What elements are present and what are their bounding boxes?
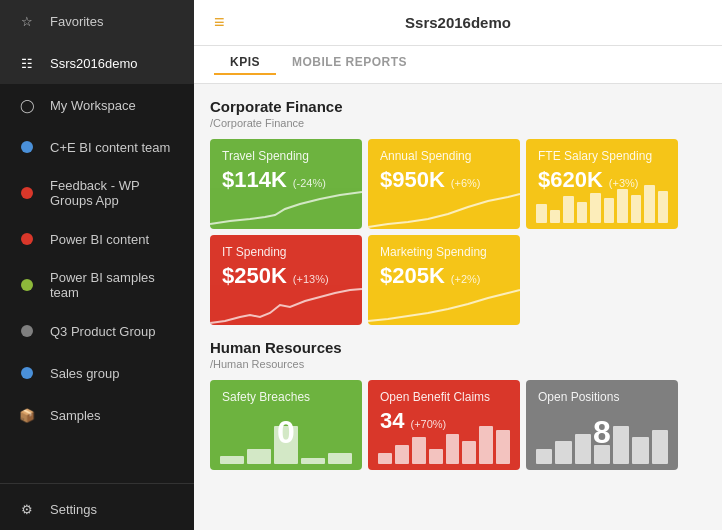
- sidebar-item-sales-group[interactable]: Sales group: [0, 352, 194, 394]
- doc-icon: ☷: [16, 52, 38, 74]
- dot-icon: [16, 182, 38, 204]
- sparkline-marketing: [368, 285, 520, 325]
- bar-2: [550, 210, 561, 223]
- kpi-label-it: IT Spending: [222, 245, 350, 259]
- bar-10: [658, 191, 669, 223]
- bar-b6: [462, 441, 476, 464]
- bars-positions: [536, 426, 668, 464]
- kpi-change-marketing: (+2%): [451, 273, 481, 285]
- section-human-resources: Human Resources /Human Resources Safety …: [210, 339, 706, 470]
- kpi-label-travel: Travel Spending: [222, 149, 350, 163]
- tab-bar: KPIS MOBILE REPORTS: [194, 46, 722, 84]
- kpi-card-open-positions[interactable]: Open Positions 8: [526, 380, 678, 470]
- bars-safety: [220, 426, 352, 464]
- kpi-label-benefit: Open Benefit Claims: [380, 390, 508, 404]
- sidebar-item-settings[interactable]: ⚙ Settings: [0, 488, 194, 530]
- kpi-card-annual-spending[interactable]: Annual Spending $950K (+6%): [368, 139, 520, 229]
- bar-p6: [632, 437, 648, 464]
- bar-7: [617, 189, 628, 223]
- section-subtitle-corporate-finance: /Corporate Finance: [210, 117, 706, 129]
- sparkline-annual: [368, 189, 520, 229]
- kpi-change-it: (+13%): [293, 273, 329, 285]
- kpi-card-safety-breaches[interactable]: Safety Breaches 0: [210, 380, 362, 470]
- bar-1: [536, 204, 547, 223]
- bar-p1: [536, 449, 552, 464]
- bar-s4: [301, 458, 325, 464]
- tab-mobile-reports[interactable]: MOBILE REPORTS: [276, 55, 423, 75]
- kpi-card-marketing-spending[interactable]: Marketing Spending $205K (+2%): [368, 235, 520, 325]
- gear-icon: ⚙: [16, 498, 38, 520]
- kpi-card-fte-salary[interactable]: FTE Salary Spending $620K (+3%): [526, 139, 678, 229]
- section-subtitle-hr: /Human Resources: [210, 358, 706, 370]
- content-area: Corporate Finance /Corporate Finance Tra…: [194, 84, 722, 530]
- dot-icon: [16, 362, 38, 384]
- section-title-corporate-finance: Corporate Finance: [210, 98, 706, 115]
- bar-8: [631, 195, 642, 224]
- kpi-change-annual: (+6%): [451, 177, 481, 189]
- bar-b8: [496, 430, 510, 464]
- tab-kpis[interactable]: KPIS: [214, 55, 276, 75]
- kpi-label-fte: FTE Salary Spending: [538, 149, 666, 163]
- bars-benefit: [378, 426, 510, 464]
- sidebar-item-power-bi-content[interactable]: Power BI content: [0, 218, 194, 260]
- bar-6: [604, 198, 615, 223]
- bars-fte: [536, 185, 668, 223]
- kpi-label-positions: Open Positions: [538, 390, 666, 404]
- bar-p3: [575, 434, 591, 464]
- sidebar-item-power-bi-samples[interactable]: Power BI samples team: [0, 260, 194, 310]
- dot-icon: [16, 320, 38, 342]
- star-icon: ☆: [16, 10, 38, 32]
- sparkline-travel: [210, 189, 362, 229]
- kpi-change-travel: (-24%): [293, 177, 326, 189]
- bar-p4: [594, 445, 610, 464]
- section-title-hr: Human Resources: [210, 339, 706, 356]
- bar-p7: [652, 430, 668, 464]
- kpi-label-annual: Annual Spending: [380, 149, 508, 163]
- bar-b2: [395, 445, 409, 464]
- hamburger-icon[interactable]: ≡: [214, 12, 225, 33]
- main-content: ≡ Ssrs2016demo KPIS MOBILE REPORTS Corpo…: [194, 0, 722, 530]
- sparkline-it: [210, 285, 362, 325]
- person-icon: ◯: [16, 94, 38, 116]
- dot-icon: [16, 136, 38, 158]
- sidebar-item-my-workspace[interactable]: ◯ My Workspace: [0, 84, 194, 126]
- sidebar-item-samples[interactable]: 📦 Samples: [0, 394, 194, 436]
- bar-3: [563, 196, 574, 223]
- dot-icon: [16, 274, 38, 296]
- kpi-label-marketing: Marketing Spending: [380, 245, 508, 259]
- bar-s2: [247, 449, 271, 464]
- bar-s5: [328, 453, 352, 464]
- bar-b4: [429, 449, 443, 464]
- bar-5: [590, 193, 601, 223]
- sidebar-item-favorites[interactable]: ☆ Favorites: [0, 0, 194, 42]
- kpi-label-safety: Safety Breaches: [222, 390, 350, 404]
- kpi-card-it-spending[interactable]: IT Spending $250K (+13%): [210, 235, 362, 325]
- bar-s3: [274, 426, 298, 464]
- kpi-card-open-benefit-claims[interactable]: Open Benefit Claims 34 (+70%): [368, 380, 520, 470]
- bar-b3: [412, 437, 426, 464]
- bar-p2: [555, 441, 571, 464]
- gift-icon: 📦: [16, 404, 38, 426]
- kpi-grid-hr: Safety Breaches 0 Open Benefit Claims 34: [210, 380, 706, 470]
- sidebar-item-feedback-wp[interactable]: Feedback - WP Groups App: [0, 168, 194, 218]
- kpi-grid-corporate-finance: Travel Spending $114K (-24%) Annual Spen…: [210, 139, 706, 325]
- kpi-card-travel-spending[interactable]: Travel Spending $114K (-24%): [210, 139, 362, 229]
- bar-b7: [479, 426, 493, 464]
- sidebar-item-ssrs2016demo[interactable]: ☷ Ssrs2016demo: [0, 42, 194, 84]
- bar-4: [577, 202, 588, 223]
- sidebar-divider: [0, 483, 194, 484]
- header: ≡ Ssrs2016demo: [194, 0, 722, 46]
- header-title: Ssrs2016demo: [405, 14, 511, 31]
- dot-icon: [16, 228, 38, 250]
- bar-p5: [613, 426, 629, 464]
- bar-b1: [378, 453, 392, 464]
- bar-9: [644, 185, 655, 223]
- bar-s1: [220, 456, 244, 464]
- bar-b5: [446, 434, 460, 464]
- sidebar-item-ce-bi[interactable]: C+E BI content team: [0, 126, 194, 168]
- sidebar: ☆ Favorites ☷ Ssrs2016demo ◯ My Workspac…: [0, 0, 194, 530]
- section-corporate-finance: Corporate Finance /Corporate Finance Tra…: [210, 98, 706, 325]
- sidebar-item-q3-product[interactable]: Q3 Product Group: [0, 310, 194, 352]
